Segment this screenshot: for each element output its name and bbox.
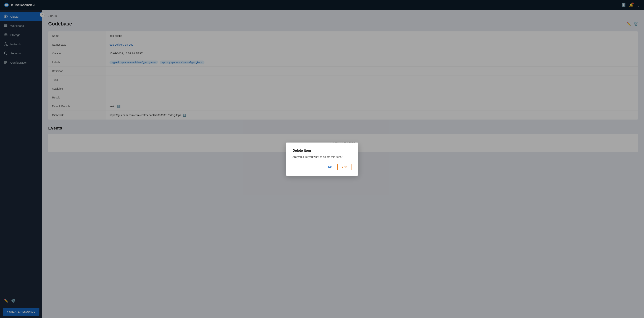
delete-dialog: Delete item Are you sure you want to del…	[286, 143, 358, 176]
dialog-message: Are you sure you want to delete this ite…	[292, 155, 352, 158]
dialog-title: Delete item	[292, 149, 352, 153]
dialog-overlay[interactable]: Delete item Are you sure you want to del…	[0, 0, 644, 318]
dialog-no-button[interactable]: NO	[325, 164, 336, 170]
dialog-yes-button[interactable]: YES	[337, 164, 352, 170]
dialog-actions: NO YES	[292, 164, 352, 170]
